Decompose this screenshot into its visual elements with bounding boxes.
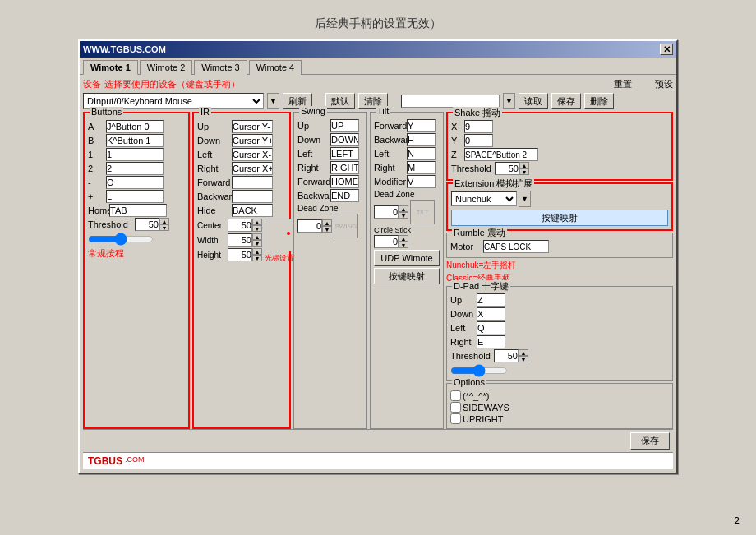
dpad-up-input[interactable]	[477, 293, 505, 307]
shake-x-input[interactable]	[464, 120, 493, 133]
swing-dz-up[interactable]: ▲	[322, 219, 332, 226]
ir-up: Up	[197, 120, 286, 133]
shake-z-input[interactable]	[464, 148, 538, 161]
shake-threshold-input[interactable]	[495, 162, 519, 175]
btn-1-input[interactable]	[106, 148, 164, 161]
save-button[interactable]: 保存	[551, 93, 581, 109]
swing-group: Swing Up Down Left Right	[293, 112, 367, 429]
tab-wimote2[interactable]: Wimote 2	[140, 60, 192, 75]
tab-wimote3[interactable]: Wimote 3	[194, 60, 247, 75]
swing-right-input[interactable]	[330, 161, 359, 174]
tilt-right-input[interactable]	[407, 161, 436, 174]
bottom-save-btn[interactable]: 保存	[630, 432, 670, 450]
tilt-dz-up[interactable]: ▲	[399, 205, 408, 212]
ext-dropdown[interactable]: ▼	[519, 191, 531, 207]
tilt-backward-input[interactable]	[407, 133, 436, 146]
swing-left-input[interactable]	[330, 147, 359, 160]
swing-dz-label: Dead Zone	[297, 204, 343, 213]
ir-down-input[interactable]	[232, 134, 273, 147]
profile-input[interactable]	[401, 95, 500, 108]
profile-dropdown[interactable]: ▼	[503, 93, 515, 109]
circle-stick-input[interactable]	[374, 235, 399, 248]
ir-right-input[interactable]	[232, 162, 273, 175]
delete-button[interactable]: 删除	[584, 93, 614, 109]
tilt-modifier-input[interactable]	[407, 175, 436, 188]
btn-row-home: Home	[88, 204, 185, 217]
dpad-slider[interactable]	[450, 364, 508, 377]
dpad-down-key: Down	[450, 309, 475, 319]
circle-stick-up[interactable]: ▲	[399, 235, 408, 242]
circle-stick-down[interactable]: ▼	[399, 242, 408, 248]
width-up[interactable]: ▲	[252, 233, 262, 240]
tilt-forward-input[interactable]	[407, 119, 436, 132]
tilt-left-input[interactable]	[407, 147, 436, 160]
ir-backward-input[interactable]	[232, 190, 273, 203]
opt1-checkbox[interactable]	[450, 390, 461, 401]
dpad-right-input[interactable]	[477, 335, 505, 348]
threshold-slider[interactable]	[88, 233, 154, 246]
btn-2-input[interactable]	[106, 162, 164, 175]
threshold-input[interactable]	[135, 218, 159, 231]
btn-plus-input[interactable]	[106, 190, 164, 203]
dpad-threshold-down[interactable]: ▼	[519, 356, 528, 362]
tab-wimote1[interactable]: Wimote 1	[83, 60, 138, 75]
center-up[interactable]: ▲	[252, 219, 262, 225]
tilt-dz-down[interactable]: ▼	[399, 212, 408, 219]
ir-right: Right	[197, 162, 286, 175]
shake-threshold-up[interactable]: ▲	[519, 162, 529, 168]
ir-left-key: Left	[197, 150, 230, 159]
ir-left-input[interactable]	[232, 148, 273, 161]
height-up[interactable]: ▲	[252, 248, 262, 255]
btn-b-input[interactable]	[106, 134, 164, 147]
motor-input[interactable]	[483, 240, 549, 253]
swing-dz-down[interactable]: ▼	[322, 226, 332, 233]
read-button[interactable]: 读取	[519, 93, 548, 109]
key-map-button[interactable]: 按键映射	[451, 210, 668, 226]
height-down[interactable]: ▼	[252, 255, 262, 261]
shake-title: Shake 摇动	[453, 107, 502, 119]
close-button[interactable]: ✕	[660, 44, 673, 55]
width-input[interactable]	[228, 233, 252, 247]
btn-a-input[interactable]	[106, 120, 164, 133]
threshold-down[interactable]: ▼	[159, 224, 169, 231]
swing-up-input[interactable]	[330, 119, 359, 132]
dpad-threshold-label: Threshold	[450, 351, 491, 361]
width-label: Width	[197, 236, 226, 245]
dpad-down-input[interactable]	[477, 307, 505, 321]
shake-y-input[interactable]	[464, 134, 493, 147]
swing-backward-input[interactable]	[330, 189, 359, 202]
key-map-btn2[interactable]: 按键映射	[374, 268, 440, 284]
shake-x-label: X	[451, 122, 463, 131]
tab-wimote4[interactable]: Wimote 4	[249, 60, 302, 75]
width-down[interactable]: ▼	[252, 240, 262, 247]
udp-wimote-btn[interactable]: UDP Wimote	[374, 250, 440, 266]
ir-hide-input[interactable]	[232, 204, 273, 217]
btn-minus-key: -	[88, 178, 104, 187]
dpad-threshold-up[interactable]: ▲	[519, 349, 528, 356]
device-dropdown[interactable]: ▼	[267, 93, 279, 109]
tilt-dz-input[interactable]	[374, 205, 399, 219]
dpad-left-input[interactable]	[477, 321, 505, 334]
swing-forward-input[interactable]	[330, 175, 359, 188]
shake-threshold-down[interactable]: ▼	[519, 168, 529, 175]
opt2-checkbox[interactable]	[450, 402, 461, 413]
center-down[interactable]: ▼	[252, 225, 262, 232]
btn-home-input[interactable]	[109, 204, 167, 217]
btn-minus-input[interactable]	[106, 176, 164, 189]
ir-forward-key: Forward	[197, 178, 230, 187]
ir-up-input[interactable]	[232, 120, 273, 133]
shake-threshold-label: Threshold	[451, 164, 491, 173]
height-input[interactable]	[228, 248, 252, 261]
extension-group: Extension 模拟扩展 Nunchuk ▼ 按键映射	[446, 182, 673, 231]
threshold-up[interactable]: ▲	[159, 218, 169, 224]
ir-forward-input[interactable]	[232, 176, 273, 189]
center-input[interactable]	[228, 219, 252, 232]
swing-dz-input[interactable]	[297, 219, 322, 233]
extension-select[interactable]: Nunchuk	[451, 191, 517, 206]
default-button[interactable]: 默认	[325, 93, 355, 109]
swing-down-input[interactable]	[330, 133, 359, 146]
shake-y-label: Y	[451, 136, 463, 145]
dpad-threshold-input[interactable]	[494, 349, 519, 362]
opt3-checkbox[interactable]	[450, 413, 461, 424]
btn-row-minus: -	[88, 176, 185, 189]
